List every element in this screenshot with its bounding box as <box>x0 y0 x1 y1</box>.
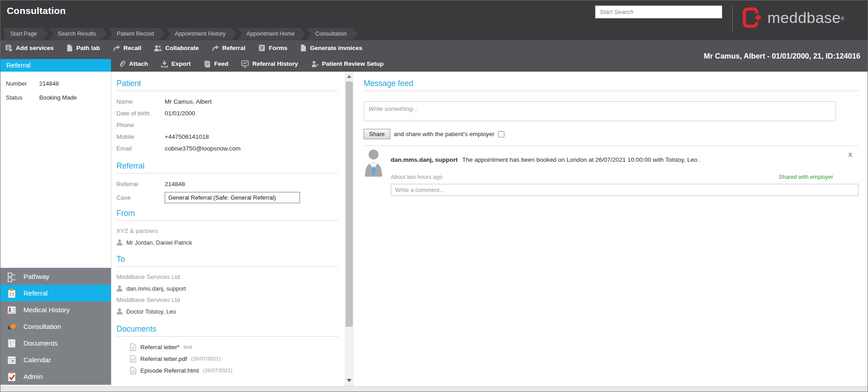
message-text: The appointment has been booked on Londo… <box>462 156 701 163</box>
share-button[interactable]: Share <box>364 129 390 139</box>
scrollbar-thumb[interactable] <box>346 82 353 327</box>
sidebar-item-pathway[interactable]: Pathway <box>0 268 111 285</box>
to-person: Doctor Tolstoy, Leo <box>116 305 338 317</box>
export-icon <box>161 60 168 68</box>
referral-status-label: Status <box>6 94 39 101</box>
add-services-icon <box>5 44 13 52</box>
document-item[interactable]: Episode Referral.html (26/07/2021) <box>130 365 338 376</box>
patient-phone-row: Phone <box>116 119 338 131</box>
patient-banner: Mr Camus, Albert - 01/01/2000, 21, ID:12… <box>704 40 860 72</box>
scroll-up-arrow[interactable] <box>347 75 351 78</box>
horizontal-scrollbar[interactable] <box>0 386 868 392</box>
document-item[interactable]: Referral letter* text <box>130 341 338 353</box>
referral-history-label: Referral History <box>252 60 298 67</box>
toolbar: Add services Path lab Recall Collaborate… <box>0 40 868 72</box>
from-person: Mr Jordan, Daniel Patrick <box>116 237 338 248</box>
referral-summary: Number 214848 Status Booking Made <box>0 72 111 105</box>
add-services-label: Add services <box>16 45 54 51</box>
sidebar-item-calendar[interactable]: Calendar <box>0 351 111 368</box>
collaborate-button[interactable]: Collaborate <box>154 45 199 52</box>
path-lab-icon <box>66 44 73 52</box>
breadcrumb: Start Page Search Results Patient Record… <box>4 28 358 40</box>
section-divider <box>116 173 338 173</box>
breadcrumb-patient-record[interactable]: Patient Record <box>108 28 165 40</box>
generate-invoices-button[interactable]: Generate invoices <box>300 44 362 52</box>
path-lab-button[interactable]: Path lab <box>66 44 100 52</box>
documents-section-heading: Documents <box>116 324 338 334</box>
scroll-down-arrow[interactable] <box>347 379 351 382</box>
share-with-employer-label: and share with the patient's employer <box>394 131 494 137</box>
section-divider <box>116 336 338 337</box>
to-organisation: Meddbase Services Ltd <box>116 294 338 305</box>
message-composer[interactable] <box>364 101 836 121</box>
referral-history-button[interactable]: Referral History <box>241 60 298 68</box>
from-section-heading: From <box>116 209 338 218</box>
feed-divider <box>364 146 859 146</box>
top-bar: Consultation meddbase® Start Page Search… <box>0 0 868 40</box>
export-button[interactable]: Export <box>161 60 191 68</box>
referral-toolbar-label: Referral <box>222 45 245 51</box>
breadcrumb-start-page[interactable]: Start Page <box>4 28 48 40</box>
recall-button[interactable]: Recall <box>113 45 142 51</box>
sidebar-item-consultation[interactable]: Consultation <box>0 318 111 335</box>
main-area: Number 214848 Status Booking Made Pathwa… <box>0 72 868 392</box>
document-item[interactable]: Referral letter.pdf (26/07/2021) <box>130 353 338 365</box>
referral-history-icon <box>241 60 249 68</box>
message-feed-heading: Message feed <box>364 79 859 88</box>
sidebar-item-admin[interactable]: Admin <box>0 368 111 385</box>
vertical-scrollbar[interactable] <box>345 72 354 386</box>
section-divider <box>116 266 338 267</box>
medical-history-icon <box>6 305 17 315</box>
message-body: dan.mms.danj, supportThe appointment has… <box>391 150 859 196</box>
referral-status-row: Status Booking Made <box>6 91 106 105</box>
message-author: dan.mms.danj, support <box>391 156 458 163</box>
breadcrumb-consultation[interactable]: Consultation <box>306 28 358 40</box>
referral-status-value: Booking Made <box>39 94 77 101</box>
attach-button[interactable]: Attach <box>118 60 148 68</box>
referral-section-heading: Referral <box>116 161 338 171</box>
feed-button[interactable]: Feed <box>203 60 229 68</box>
shared-with-employer-badge: Shared with employer <box>779 174 859 180</box>
meddbase-window: Consultation meddbase® Start Page Search… <box>0 0 868 392</box>
referral-toolbar-button[interactable]: Referral <box>212 45 245 51</box>
referral-number-value: 214848 <box>39 80 59 87</box>
sidebar-item-label: Calendar <box>23 356 51 364</box>
section-divider <box>116 220 338 221</box>
sidebar-item-referral[interactable]: Referral <box>0 285 111 301</box>
breadcrumb-appointment-history[interactable]: Appointment History <box>166 28 237 40</box>
patient-email-row: Emailcobise3750@loopsnow.com <box>116 142 338 154</box>
sidebar-item-label: Admin <box>23 373 43 380</box>
patient-review-setup-label: Patient Review Setup <box>322 60 384 67</box>
breadcrumb-search-results[interactable]: Search Results <box>49 28 107 40</box>
search-input[interactable] <box>595 5 722 18</box>
comment-input[interactable] <box>391 184 859 196</box>
admin-icon <box>6 371 17 382</box>
toolbar-row-2: Attach Export Feed Referral History Pati… <box>111 56 383 72</box>
referral-detail-panel: Patient NameMr Camus, Albert Date of bir… <box>111 72 345 386</box>
breadcrumb-appointment-home[interactable]: Appointment Home <box>237 28 305 40</box>
patient-section-heading: Patient <box>116 79 338 88</box>
sidebar-item-label: Documents <box>23 339 58 347</box>
from-organisation: XYZ & partners <box>116 225 338 237</box>
collaborate-icon <box>154 45 162 52</box>
person-icon <box>116 285 123 292</box>
patient-name-row: NameMr Camus, Albert <box>116 96 338 107</box>
message-close-icon[interactable]: X <box>848 151 852 158</box>
referral-arrow-icon <box>212 45 219 51</box>
path-lab-label: Path lab <box>76 45 100 51</box>
add-services-button[interactable]: Add services <box>5 44 54 52</box>
document-icon <box>130 343 136 351</box>
sidebar-item-label: Pathway <box>23 273 50 280</box>
share-with-employer-checkbox[interactable] <box>498 131 504 137</box>
document-icon <box>130 355 136 363</box>
message-timestamp: About two hours ago <box>391 174 443 180</box>
referral-clipboard-icon <box>6 288 17 299</box>
message-feed-panel: Message feed Share and share with the pa… <box>354 72 868 386</box>
to-organisation: Meddbase Services Ltd <box>116 271 338 283</box>
sidebar-item-label: Medical History <box>23 306 70 314</box>
sidebar-item-medical-history[interactable]: Medical History <box>0 301 111 318</box>
patient-review-setup-button[interactable]: Patient Review Setup <box>311 60 384 68</box>
sidebar-item-documents[interactable]: Documents <box>0 335 111 351</box>
case-input[interactable] <box>165 192 300 203</box>
forms-button[interactable]: Forms <box>258 44 287 52</box>
